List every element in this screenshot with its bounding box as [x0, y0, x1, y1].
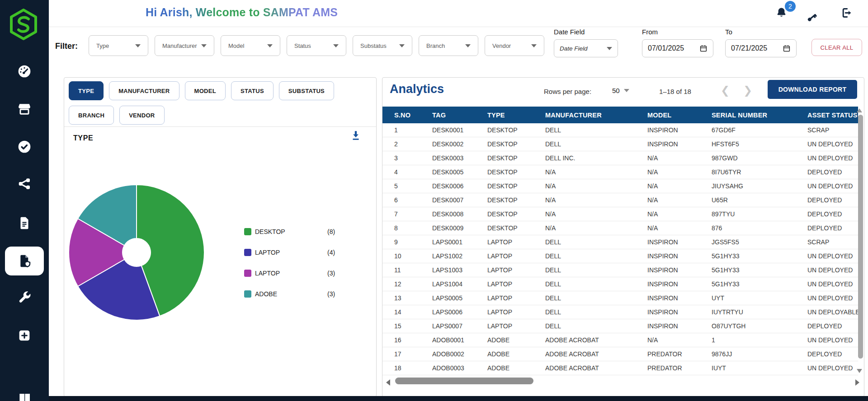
table-row[interactable]: 6DESK0007DESKTOPN/AN/AU65RDEPLOYED [382, 193, 858, 207]
download-icon[interactable] [350, 130, 362, 141]
filter-dropdown-vendor[interactable]: Vendor [485, 35, 544, 56]
cell: LAPTOP [487, 238, 545, 246]
vertical-scrollbar[interactable] [858, 115, 863, 359]
cell: LAPTOP [487, 294, 545, 302]
cell: INSPIRON [647, 252, 712, 260]
cell: UN DEPLOYED [807, 182, 858, 190]
cell: PREDATOR [647, 364, 712, 372]
table-row[interactable]: 11LAPS1003LAPTOPDELLINSPIRON5G1HY33UN DE… [382, 263, 858, 277]
cell: DESK0005 [432, 168, 487, 176]
to-date-input[interactable]: 07/21/2025 [725, 39, 797, 57]
tab-status[interactable]: STATUS [231, 81, 274, 100]
previous-page-icon[interactable]: ❮ [721, 84, 730, 97]
analytics-panel: Analytics Rows per page: 50 1–18 of 18 ❮… [382, 77, 864, 397]
cell: UN DEPLOYED [807, 252, 858, 260]
tab-vendor[interactable]: VENDOR [119, 106, 164, 125]
legend-label: DESKTOP [255, 228, 327, 235]
table-row[interactable]: 4DESK0005DESKTOPN/AN/A8I7U6TYRDEPLOYED [382, 165, 858, 179]
table-row[interactable]: 8DESK0009DESKTOPN/AN/A876DEPLOYED [382, 221, 858, 235]
tab-manufacturer[interactable]: MANUFACTURER [109, 81, 179, 100]
file-shield-icon[interactable] [5, 247, 44, 275]
calendar-icon [783, 44, 791, 52]
share-nodes-icon[interactable] [0, 171, 49, 196]
column-header-serial-number: SERIAL NUMBER [712, 112, 807, 119]
legend-item[interactable]: DESKTOP (8) [244, 221, 335, 242]
dashboard-gauge-icon[interactable] [0, 59, 49, 84]
scroll-down-icon[interactable] [857, 369, 862, 373]
cell: UN DEPLOYABLE [807, 308, 858, 316]
legend-label: LAPTOP [255, 270, 327, 277]
cell: 6 [394, 196, 432, 204]
divider [64, 126, 376, 127]
table-row[interactable]: 17ADOB0002ADOBEADOBE ACROBATPREDATOR9876… [382, 347, 858, 361]
tab-branch[interactable]: BRANCH [69, 106, 114, 125]
filter-dropdown-type[interactable]: Type [89, 35, 148, 56]
table-row[interactable]: 18ADOB0003ADOBEADOBE ACROBATPREDATORIUYT… [382, 361, 858, 375]
type-donut-chart[interactable] [64, 178, 209, 327]
logout-icon[interactable] [837, 4, 855, 22]
table-row[interactable]: 12LAPS1004LAPTOPDELLINSPIRON5G1HY33UN DE… [382, 277, 858, 291]
table-row[interactable]: 1DESK0001DESKTOPDELLINSPIRON67GD6FSCRAP [382, 123, 858, 137]
filter-dropdown-branch[interactable]: Branch [419, 35, 478, 56]
bottom-bar [49, 396, 868, 401]
tab-type[interactable]: TYPE [69, 81, 104, 100]
filter-dropdown-manufacturer[interactable]: Manufacturer [155, 35, 214, 56]
next-page-icon[interactable]: ❯ [743, 84, 752, 97]
bookmarks-icon[interactable] [0, 385, 49, 401]
column-header-tag: TAG [432, 112, 487, 119]
chevron-down-icon [399, 44, 405, 47]
cell: 1 [394, 126, 432, 134]
table-row[interactable]: 2DESK0002DESKTOPDELLINSPIRONHFST6F5UN DE… [382, 137, 858, 151]
tab-model[interactable]: MODEL [185, 81, 226, 100]
cell: DESK0008 [432, 210, 487, 218]
cell: INSPIRON [647, 308, 712, 316]
cell: ADOBE [487, 336, 545, 344]
clear-all-button[interactable]: CLEAR ALL [811, 39, 862, 56]
document-icon[interactable] [0, 210, 49, 236]
table-row[interactable]: 9LAPS0001LAPTOPDELLINSPIRONJGS5FS5SCRAP [382, 235, 858, 249]
scroll-up-icon[interactable] [857, 108, 862, 112]
cell: 67GD6F [712, 126, 807, 134]
store-icon[interactable] [0, 96, 49, 121]
column-header-asset-status: ASSET STATUS [807, 112, 858, 119]
cell: LAPS1002 [432, 252, 487, 260]
rows-per-page-select[interactable]: 50 [612, 87, 629, 94]
table-row[interactable]: 14LAPS0006LAPTOPDELLINSPIRONIUYTRTYUUN D… [382, 305, 858, 319]
cell: 16 [394, 336, 432, 344]
check-circle-icon[interactable] [0, 134, 49, 159]
filter-dropdown-label: Branch [426, 42, 445, 49]
table-row[interactable]: 16ADOB0001ADOBEADOBE ACROBATN/A1UN DEPLO… [382, 333, 858, 347]
scroll-right-icon[interactable] [855, 379, 859, 386]
download-report-button[interactable]: DOWNLOAD REPORT [768, 80, 857, 99]
wrench-icon[interactable] [0, 284, 49, 310]
cell: LAPS1004 [432, 280, 487, 288]
cell: ADOB0001 [432, 336, 487, 344]
filter-dropdown-model[interactable]: Model [221, 35, 280, 56]
add-square-icon[interactable] [0, 323, 49, 348]
horizontal-scrollbar[interactable] [395, 378, 533, 384]
table-row[interactable]: 7DESK0008DESKTOPN/AN/A897TYUDEPLOYED [382, 207, 858, 221]
table-row[interactable]: 13LAPS0005LAPTOPDELLINSPIRONUYTUN DEPLOY… [382, 291, 858, 305]
table-row[interactable]: 10LAPS1002LAPTOPDELLINSPIRON5G1HY33UN DE… [382, 249, 858, 263]
sampat-logo[interactable] [7, 8, 40, 41]
legend-item[interactable]: ADOBE (3) [244, 284, 335, 304]
cell: DEPLOYED [807, 322, 858, 330]
scroll-left-icon[interactable] [386, 379, 390, 386]
filter-dropdown-substatus[interactable]: Substatus [353, 35, 412, 56]
cell: 2 [394, 140, 432, 148]
assets-table: S.NOTAGTYPEMANUFACTURERMODELSERIAL NUMBE… [382, 107, 858, 377]
cell: N/A [647, 336, 712, 344]
filter-dropdown-label: Manufacturer [162, 42, 197, 49]
legend-item[interactable]: LAPTOP (4) [244, 242, 335, 263]
tab-substatus[interactable]: SUBSTATUS [279, 81, 334, 100]
filter-dropdown-status[interactable]: Status [287, 35, 346, 56]
from-date-input[interactable]: 07/01/2025 [642, 39, 713, 57]
table-row[interactable]: 15LAPS0007LAPTOPDELLINSPIRONO87UYTGHDEPL… [382, 319, 858, 333]
key-icon[interactable] [805, 4, 823, 22]
date-field-dropdown[interactable]: Date Field [554, 39, 618, 57]
legend-item[interactable]: LAPTOP (3) [244, 263, 335, 284]
cell: ADOB0002 [432, 350, 487, 358]
table-row[interactable]: 3DESK0003DESKTOPDELL INC.N/A987GWDUN DEP… [382, 151, 858, 165]
table-row[interactable]: 5DESK0006DESKTOPN/AN/AJIUYSAHGUN DEPLOYE… [382, 179, 858, 193]
notifications-bell-icon[interactable]: 2 [772, 4, 790, 22]
